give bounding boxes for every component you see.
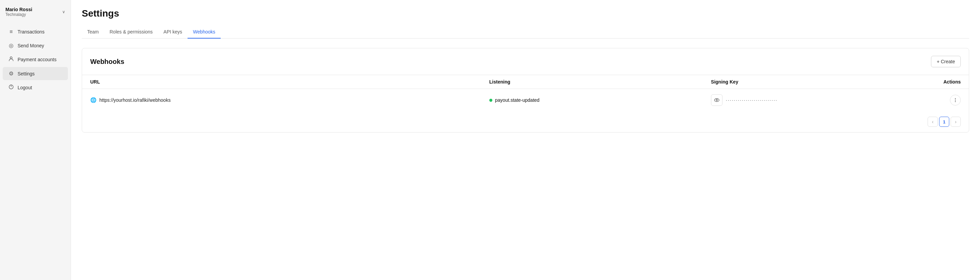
svg-point-6 [955, 101, 956, 102]
eye-icon [714, 98, 719, 103]
svg-point-4 [955, 98, 956, 99]
status-dot [489, 99, 492, 102]
page-title: Settings [82, 8, 969, 19]
url-cell: 🌐 https://yourhost.io/rafiki/webhooks [82, 89, 481, 112]
sidebar-item-label: Settings [18, 71, 35, 77]
listening-cell: payout.state-updated [481, 89, 703, 112]
signing-key-cell: ·························· [703, 89, 880, 112]
webhook-url: https://yourhost.io/rafiki/webhooks [99, 98, 171, 103]
page-header: Settings Team Roles & permissions API ke… [71, 0, 980, 38]
reveal-key-button[interactable] [711, 94, 722, 106]
table-row: 🌐 https://yourhost.io/rafiki/webhooks pa… [82, 89, 969, 112]
user-company: Technalagy [5, 12, 32, 17]
tab-webhooks[interactable]: Webhooks [188, 26, 221, 38]
col-listening: Listening [481, 75, 703, 89]
user-name: Mario Rossi [5, 7, 32, 12]
sidebar-item-transactions[interactable]: ≡ Transactions [3, 26, 68, 38]
tab-api-keys[interactable]: API keys [158, 26, 188, 38]
signing-key-dots: ·························· [726, 98, 778, 103]
transactions-icon: ≡ [8, 29, 14, 35]
tabs-bar: Team Roles & permissions API keys Webhoo… [82, 26, 969, 38]
user-profile[interactable]: Mario Rossi Technalagy ∨ [0, 0, 71, 22]
sidebar-item-label: Payment accounts [18, 57, 56, 62]
send-money-icon: ◎ [8, 42, 14, 49]
page-1-button[interactable]: 1 [939, 117, 949, 127]
sidebar-item-settings[interactable]: ⚙ Settings [3, 67, 68, 80]
content-area: Webhooks + Create URL Listening Signing … [71, 38, 980, 280]
logout-icon [8, 84, 14, 91]
webhooks-panel-header: Webhooks + Create [82, 48, 969, 75]
webhooks-panel: Webhooks + Create URL Listening Signing … [82, 48, 969, 133]
tab-roles[interactable]: Roles & permissions [104, 26, 158, 38]
more-actions-button[interactable] [950, 95, 961, 106]
listening-event: payout.state-updated [495, 98, 540, 103]
sidebar-item-logout[interactable]: Logout [3, 81, 68, 94]
sidebar-nav: ≡ Transactions ◎ Send Money Payment acco… [0, 22, 71, 98]
ellipsis-icon [953, 98, 958, 103]
globe-icon: 🌐 [90, 97, 97, 103]
col-url: URL [82, 75, 481, 89]
svg-point-0 [10, 57, 12, 59]
svg-point-5 [955, 100, 956, 101]
sidebar: Mario Rossi Technalagy ∨ ≡ Transactions … [0, 0, 71, 280]
svg-point-2 [714, 99, 719, 102]
actions-cell [880, 89, 969, 112]
main-content: Settings Team Roles & permissions API ke… [71, 0, 980, 280]
prev-page-button[interactable]: ‹ [928, 117, 938, 127]
webhooks-table: URL Listening Signing Key Actions 🌐 http… [82, 75, 969, 111]
pagination: ‹ 1 › [82, 111, 969, 132]
payment-accounts-icon [8, 56, 14, 63]
sidebar-item-payment-accounts[interactable]: Payment accounts [3, 53, 68, 66]
webhooks-section-title: Webhooks [90, 58, 124, 66]
svg-point-3 [716, 99, 718, 101]
col-actions: Actions [880, 75, 969, 89]
create-webhook-button[interactable]: + Create [931, 56, 961, 67]
sidebar-item-label: Send Money [18, 43, 44, 48]
next-page-button[interactable]: › [951, 117, 961, 127]
settings-icon: ⚙ [8, 70, 14, 77]
chevron-down-icon: ∨ [62, 10, 65, 14]
sidebar-item-label: Transactions [18, 29, 45, 35]
col-signing-key: Signing Key [703, 75, 880, 89]
sidebar-item-send-money[interactable]: ◎ Send Money [3, 39, 68, 52]
user-info: Mario Rossi Technalagy [5, 7, 32, 17]
sidebar-item-label: Logout [18, 85, 32, 90]
tab-team[interactable]: Team [82, 26, 104, 38]
